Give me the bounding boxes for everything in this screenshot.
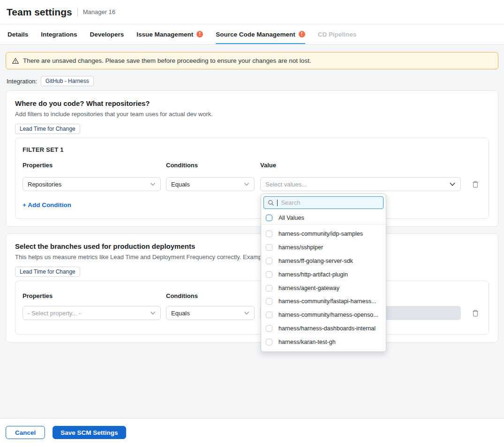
tab-cd-pipelines: CD Pipelines: [318, 24, 357, 44]
repo-option[interactable]: harness/sshpiper: [261, 241, 386, 254]
cancel-button[interactable]: Cancel: [6, 426, 45, 439]
filter-row: Repositories Equals Select values...: [23, 177, 481, 191]
repo-option[interactable]: harness-community/idp-samples: [261, 227, 386, 241]
branches-card-title: Select the branches used for production …: [15, 242, 489, 250]
column-headers: Properties Conditions: [23, 292, 481, 299]
branches-card-subtitle: This helps us measure metrics like Lead …: [15, 253, 489, 261]
checkbox[interactable]: [266, 244, 272, 251]
tab-integrations[interactable]: Integrations: [41, 24, 77, 44]
checkbox[interactable]: [266, 271, 272, 278]
branch-filter-card: Properties Conditions - Select property.…: [15, 281, 489, 335]
repositories-card-subtitle: Add filters to include repositories that…: [15, 111, 489, 118]
repo-option[interactable]: harness/http-artifact-plugin: [261, 268, 386, 281]
checkbox[interactable]: [266, 339, 272, 345]
repo-option-clipped[interactable]: harness/...: [261, 349, 386, 352]
filter-set-label: FILTER SET 1: [23, 146, 481, 153]
integration-label: Integration:: [7, 78, 37, 85]
filter-set-card: FILTER SET 1 Properties Conditions Value…: [15, 138, 489, 219]
repositories-card-title: Where do you code? What repositories?: [15, 99, 489, 107]
tab-issue-management[interactable]: Issue Management !: [136, 24, 203, 44]
search-icon: [268, 200, 274, 206]
condition-select[interactable]: Equals: [166, 306, 255, 320]
checkbox[interactable]: [266, 325, 272, 332]
repo-option[interactable]: harness/ff-golang-server-sdk: [261, 254, 386, 268]
save-scm-settings-button[interactable]: Save SCM Settings: [53, 426, 126, 439]
property-select[interactable]: - Select property... -: [23, 306, 161, 320]
text-cursor: [277, 200, 278, 206]
value-select[interactable]: Select values... All Values: [260, 177, 461, 191]
search-input[interactable]: [281, 199, 379, 206]
dropdown-options: harness-community/idp-samples harness/ss…: [261, 224, 386, 352]
warning-triangle-icon: [12, 57, 19, 65]
page-title: Team settings: [7, 7, 72, 18]
repo-option[interactable]: harness-community/harness-openso...: [261, 308, 386, 322]
tab-source-code-management[interactable]: Source Code Management !: [216, 24, 305, 44]
chevron-down-icon: [244, 310, 249, 316]
lead-time-chip: Lead Time for Change: [15, 267, 80, 277]
delete-condition-button[interactable]: [471, 308, 480, 318]
checkbox[interactable]: [266, 215, 272, 221]
integration-chip[interactable]: GitHub - Harness: [41, 76, 94, 86]
title-divider: [77, 8, 78, 16]
footer-bar: Cancel Save SCM Settings: [0, 418, 504, 447]
repositories-card: Where do you code? What repositories? Ad…: [6, 90, 498, 227]
page-header: Team settings Manager 16: [0, 0, 504, 24]
chevron-down-icon: [150, 181, 156, 187]
dropdown-search-box[interactable]: [263, 196, 384, 209]
conditions-header: Conditions: [166, 292, 255, 299]
all-values-option[interactable]: All Values: [261, 211, 386, 224]
condition-select[interactable]: Equals: [166, 177, 255, 191]
integration-row: Integration: GitHub - Harness: [7, 76, 497, 86]
checkbox[interactable]: [266, 298, 272, 305]
warning-badge-icon: !: [299, 31, 305, 37]
repo-option[interactable]: harness/agent-gateway: [261, 281, 386, 295]
branches-card: Select the branches used for production …: [6, 233, 498, 343]
unsaved-changes-banner: There are unsaved changes. Please save t…: [6, 52, 498, 69]
lead-time-chip: Lead Time for Change: [15, 124, 80, 134]
add-condition-button[interactable]: + Add Condition: [23, 201, 71, 209]
property-select[interactable]: Repositories: [23, 177, 161, 191]
tab-details[interactable]: Details: [8, 24, 28, 44]
checkbox[interactable]: [266, 231, 272, 237]
chevron-down-icon: [150, 310, 156, 316]
tab-bar: Details Integrations Developers Issue Ma…: [0, 24, 504, 45]
repo-option[interactable]: harness/harness-dashboards-internal: [261, 322, 386, 335]
checkbox[interactable]: [266, 285, 272, 291]
checkbox[interactable]: [266, 258, 272, 264]
warning-badge-icon: !: [196, 31, 203, 37]
content-area: There are unsaved changes. Please save t…: [0, 45, 504, 418]
checkbox[interactable]: [266, 312, 272, 318]
conditions-header: Conditions: [166, 162, 255, 169]
column-headers: Properties Conditions Value: [23, 162, 481, 169]
repo-option[interactable]: harness-community/fastapi-harness...: [261, 295, 386, 308]
repo-option[interactable]: harness/karan-test-gh: [261, 335, 386, 349]
delete-condition-button[interactable]: [471, 179, 480, 189]
value-header: Value: [260, 162, 461, 169]
value-dropdown-panel: All Values harness-community/idp-samples…: [261, 194, 386, 352]
banner-text: There are unsaved changes. Please save t…: [23, 57, 311, 64]
properties-header: Properties: [23, 162, 161, 169]
chevron-down-icon: [449, 181, 456, 187]
chevron-down-icon: [244, 181, 249, 187]
properties-header: Properties: [23, 292, 161, 299]
filter-row: - Select property... - Equals: [23, 306, 481, 320]
team-name: Manager 16: [83, 8, 115, 15]
tab-developers[interactable]: Developers: [90, 24, 124, 44]
